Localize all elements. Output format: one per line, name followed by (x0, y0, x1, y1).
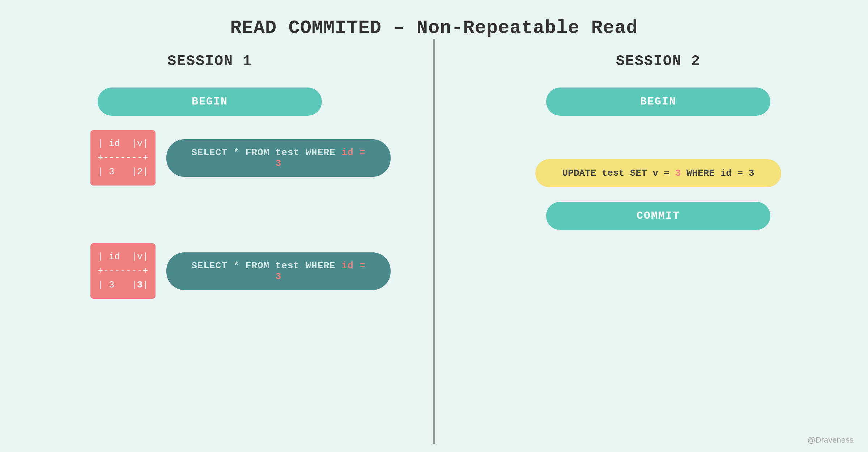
session2-update-pill: UPDATE test SET v = 3 WHERE id = 3 (535, 159, 781, 187)
session-1: SESSION 1 BEGIN | id |v| +-------+ | 3 |… (0, 39, 434, 444)
session-2-title: SESSION 2 (477, 53, 839, 69)
session1-select2-pill: SELECT * FROM test WHERE id = 3 (166, 252, 391, 290)
session2-commit-pill: COMMIT (546, 202, 770, 230)
result2-bold: 3 (137, 280, 143, 290)
session-1-title: SESSION 1 (29, 53, 391, 69)
session1-select2-row: | id |v| +-------+ | 3 |3| SELECT * FROM… (29, 243, 391, 299)
session1-select1-row: | id |v| +-------+ | 3 |2| SELECT * FROM… (29, 130, 391, 186)
select2-text-kw: SELECT * FROM test WHERE (191, 260, 341, 271)
watermark: @Draveness (808, 435, 854, 445)
divider (434, 39, 435, 444)
session1-begin-pill: BEGIN (98, 88, 322, 116)
update-val: 3 (675, 168, 681, 179)
session1-select1-pill: SELECT * FROM test WHERE id = 3 (166, 139, 391, 177)
update-kw2: WHERE id = 3 (681, 168, 754, 179)
page-title: READ COMMITED – Non-Repeatable Read (0, 0, 868, 39)
sessions-container: SESSION 1 BEGIN | id |v| +-------+ | 3 |… (0, 39, 868, 444)
session-2: SESSION 2 BEGIN UPDATE test SET v = 3 WH… (434, 39, 868, 444)
session1-result1-box: | id |v| +-------+ | 3 |2| (90, 130, 156, 186)
select1-text-kw: SELECT * FROM test WHERE (191, 147, 341, 158)
session2-begin-pill: BEGIN (546, 88, 770, 116)
session1-result2-box: | id |v| +-------+ | 3 |3| (90, 243, 156, 299)
update-kw: UPDATE test SET v = (562, 168, 675, 179)
